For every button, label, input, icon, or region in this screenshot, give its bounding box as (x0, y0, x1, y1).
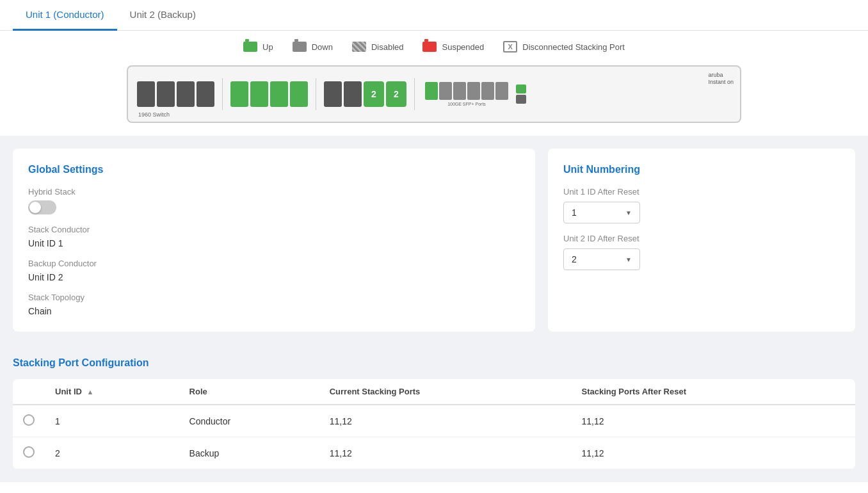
port-2 (157, 81, 175, 107)
stacking-section-title: Stacking Port Configuration (13, 357, 855, 369)
sfp-label: 100GE SFP+ Ports (425, 102, 508, 106)
legend-bar: Up Down Disabled Suspended X Disconnecte… (0, 31, 868, 59)
switch-diagram: 1960 Switch 2 2 (127, 65, 741, 123)
unit-numbering-title: Unit Numbering (563, 164, 840, 175)
disconnected-icon: X (503, 41, 517, 53)
table-row: 2 Backup 11,12 11,12 (13, 437, 855, 469)
hybrid-stack-toggle[interactable] (28, 200, 56, 214)
role-cell-2: Backup (179, 437, 319, 469)
unit1-id-select[interactable]: 1 ▼ (563, 202, 640, 223)
sfp-row-top (425, 82, 508, 100)
unit2-dropdown-arrow: ▼ (625, 256, 632, 263)
stacking-table: Unit ID ▲ Role Current Stacking Ports St… (13, 379, 855, 469)
role-cell-1: Conductor (179, 405, 319, 437)
col-unit-id-label: Unit ID (55, 387, 82, 396)
port-group-1 (137, 81, 214, 107)
unit2-id-label: Unit 2 ID After Reset (563, 234, 840, 243)
unit1-id-value: 1 (572, 207, 577, 218)
side-btn-1 (516, 85, 526, 93)
ports-after-reset-cell-2: 11,12 (571, 437, 855, 469)
disabled-icon (352, 41, 366, 53)
side-buttons (516, 85, 526, 104)
unit2-id-value: 2 (572, 254, 577, 264)
port-stack-12: 2 (386, 81, 406, 107)
unit1-dropdown-arrow: ▼ (625, 209, 632, 216)
global-settings-title: Global Settings (28, 164, 520, 175)
legend-disconnected: X Disconnected Stacking Port (503, 41, 625, 53)
col-radio (13, 379, 45, 405)
hybrid-stack-label: Hybrid Stack (28, 187, 520, 197)
unit-numbering-card: Unit Numbering Unit 1 ID After Reset 1 ▼… (548, 149, 855, 332)
ports-after-reset-cell-1: 11,12 (571, 405, 855, 437)
sfp-port-5 (481, 82, 494, 100)
backup-conductor-value: Unit ID 2 (28, 272, 520, 282)
radio-cell-2 (13, 437, 45, 469)
stacking-table-container: Unit ID ▲ Role Current Stacking Ports St… (13, 379, 855, 469)
legend-disabled: Disabled (352, 41, 404, 53)
toggle-knob (29, 202, 41, 213)
port-3 (177, 81, 195, 107)
port-6 (250, 81, 268, 107)
port-9 (324, 81, 342, 107)
table-body: 1 Conductor 11,12 11,12 2 Backup 11,12 1… (13, 405, 855, 469)
cards-row: Global Settings Hybrid Stack Stack Condu… (0, 136, 868, 344)
unit1-id-label: Unit 1 ID After Reset (563, 187, 840, 197)
col-role: Role (179, 379, 319, 405)
sfp-port-4 (467, 82, 480, 100)
port-4 (197, 81, 214, 107)
up-icon (243, 41, 257, 53)
legend-up-label: Up (262, 42, 273, 52)
sfp-area: 100GE SFP+ Ports (425, 82, 508, 106)
divider-3 (414, 78, 415, 110)
radio-btn-1[interactable] (23, 414, 35, 426)
stack-topology-value: Chain (28, 306, 520, 316)
sort-arrow-unit-id: ▲ (87, 388, 94, 396)
col-unit-id[interactable]: Unit ID ▲ (45, 379, 179, 405)
backup-conductor-label: Backup Conductor (28, 259, 520, 268)
radio-btn-2[interactable] (23, 446, 35, 458)
port-group-3: 2 2 (324, 81, 406, 107)
legend-down: Down (293, 41, 333, 53)
tab-bar: Unit 1 (Conductor) Unit 2 (Backup) (0, 0, 868, 31)
legend-suspended-label: Suspended (442, 42, 484, 52)
switch-diagram-container: 1960 Switch 2 2 (0, 59, 868, 136)
current-ports-cell-2: 11,12 (319, 437, 572, 469)
unit-id-cell-1: 1 (45, 405, 179, 437)
sfp-port-1 (425, 82, 438, 100)
port-5 (230, 81, 248, 107)
aruba-logo-text: aruba (708, 72, 734, 79)
divider-1 (222, 78, 223, 110)
port-10 (344, 81, 362, 107)
port-8 (290, 81, 308, 107)
side-btn-2 (516, 95, 526, 104)
unit-id-cell-2: 2 (45, 437, 179, 469)
stack-conductor-label: Stack Conductor (28, 225, 520, 234)
legend-down-label: Down (312, 42, 333, 52)
divider-2 (316, 78, 316, 110)
port-group-2 (230, 81, 308, 107)
col-ports-after-reset: Stacking Ports After Reset (571, 379, 855, 405)
global-settings-card: Global Settings Hybrid Stack Stack Condu… (13, 149, 535, 332)
legend-up: Up (243, 41, 273, 53)
stack-conductor-value: Unit ID 1 (28, 238, 520, 248)
stack-topology-label: Stack Topology (28, 293, 520, 302)
switch-label: 1960 Switch (138, 111, 170, 118)
table-row: 1 Conductor 11,12 11,12 (13, 405, 855, 437)
down-icon (293, 41, 307, 53)
port-1 (137, 81, 155, 107)
aruba-logo: aruba Instant on (708, 72, 734, 86)
tab-unit1[interactable]: Unit 1 (Conductor) (13, 0, 117, 31)
sfp-port-3 (453, 82, 466, 100)
radio-cell-1 (13, 405, 45, 437)
port-7 (270, 81, 288, 107)
current-ports-cell-1: 11,12 (319, 405, 572, 437)
port-stack-11: 2 (364, 81, 384, 107)
col-current-ports: Current Stacking Ports (319, 379, 572, 405)
aruba-sub-text: Instant on (708, 79, 734, 86)
tab-unit2[interactable]: Unit 2 (Backup) (117, 0, 209, 31)
unit2-id-select[interactable]: 2 ▼ (563, 248, 640, 270)
sfp-port-2 (439, 82, 452, 100)
legend-disconnected-label: Disconnected Stacking Port (522, 42, 625, 52)
sfp-port-6 (495, 82, 508, 100)
suspended-icon (422, 41, 437, 53)
